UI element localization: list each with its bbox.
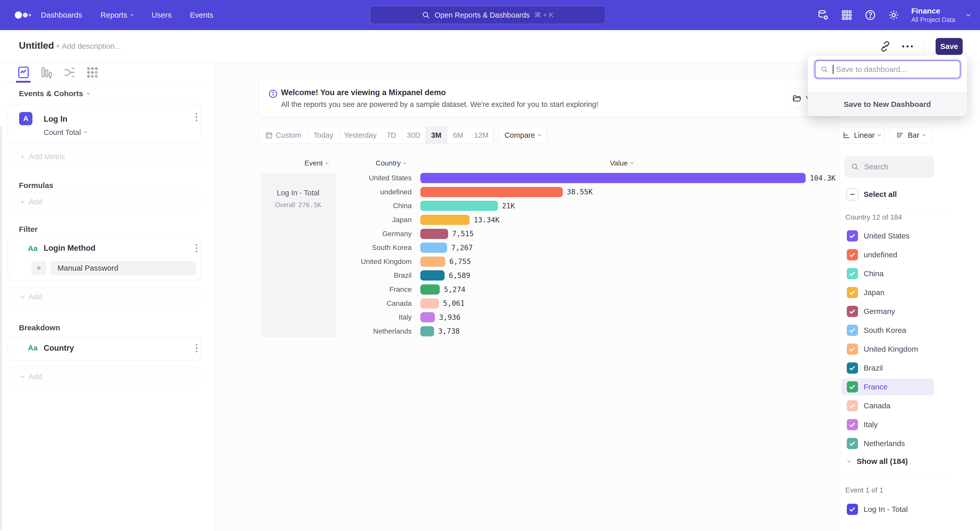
project-switcher[interactable]: Finance All Project Data xyxy=(912,6,955,24)
range-3m[interactable]: 3M xyxy=(425,127,447,143)
column-header-country[interactable]: Country xyxy=(375,159,406,167)
checkbox-germany[interactable] xyxy=(847,306,858,317)
bar-netherlands[interactable] xyxy=(420,326,434,336)
bar-undefined[interactable] xyxy=(420,187,563,197)
bar-united-states[interactable] xyxy=(420,173,806,183)
nav-item-users[interactable]: Users xyxy=(151,11,172,19)
tab-retention-icon[interactable] xyxy=(86,66,99,79)
bar-united-kingdom[interactable] xyxy=(420,257,445,267)
country-item-united-kingdom[interactable]: United Kingdom xyxy=(840,340,980,358)
country-item-undefined[interactable]: undefined xyxy=(840,245,980,264)
chart-type-bar-button[interactable]: Bar xyxy=(890,127,932,144)
bar-south-korea[interactable] xyxy=(420,243,447,253)
filter-value[interactable]: Manual Password xyxy=(50,261,196,275)
bar-germany[interactable] xyxy=(420,229,448,239)
checkbox-canada[interactable] xyxy=(847,400,858,411)
mixpanel-logo-icon[interactable] xyxy=(14,10,34,21)
country-item-canada[interactable]: Canada xyxy=(840,396,980,415)
checkbox-south-korea[interactable] xyxy=(847,325,858,336)
bar-italy[interactable] xyxy=(420,312,435,322)
report-title[interactable]: Untitled xyxy=(19,40,54,51)
show-all-toggle[interactable]: Show all (184) xyxy=(848,457,908,466)
checkbox-log-in-total[interactable] xyxy=(847,504,858,515)
filter-property[interactable]: Login Method xyxy=(44,244,95,253)
bar-france[interactable] xyxy=(420,284,440,295)
range-30d[interactable]: 30D xyxy=(402,127,425,143)
add-description-field[interactable]: + Add description... xyxy=(56,42,121,51)
bar-canada[interactable] xyxy=(420,298,439,309)
add-filter-button[interactable]: +Add xyxy=(8,287,200,307)
more-options-icon[interactable] xyxy=(902,45,913,48)
nav-item-dashboards[interactable]: Dashboards xyxy=(41,11,82,19)
checkbox-france[interactable] xyxy=(847,381,858,393)
metric-aggregation[interactable]: Count Total xyxy=(44,128,87,137)
global-search-button[interactable]: Open Reports & Dashboards ⌘ + K xyxy=(370,6,605,24)
column-header-event[interactable]: Event xyxy=(304,159,328,167)
checkbox-brazil[interactable] xyxy=(847,362,858,374)
checkbox-united-kingdom[interactable] xyxy=(847,344,858,355)
country-item-south-korea[interactable]: South Korea xyxy=(840,321,980,340)
tab-flows-icon[interactable] xyxy=(63,66,76,79)
checkbox-netherlands[interactable] xyxy=(847,438,858,449)
range-today[interactable]: Today xyxy=(307,127,340,143)
range-6m[interactable]: 6M xyxy=(447,127,469,143)
breakdown-kebab-icon[interactable] xyxy=(196,344,197,352)
select-all-checkbox[interactable] xyxy=(847,189,858,200)
country-item-netherlands[interactable]: Netherlands xyxy=(840,434,980,453)
tab-funnels-icon[interactable] xyxy=(40,66,53,79)
nav-item-reports[interactable]: Reports xyxy=(100,11,133,19)
bar-brazil[interactable] xyxy=(420,270,445,281)
range-custom[interactable]: Custom xyxy=(259,127,307,143)
add-breakdown-button[interactable]: +Add xyxy=(8,366,200,387)
range-7d[interactable]: 7D xyxy=(381,127,402,143)
bar-china[interactable] xyxy=(420,201,498,211)
legend-search[interactable] xyxy=(844,156,934,178)
checkbox-china[interactable] xyxy=(847,268,858,279)
country-item-china[interactable]: China xyxy=(840,264,980,283)
select-all-row[interactable]: Select all xyxy=(847,189,897,200)
save-button[interactable]: Save xyxy=(935,38,963,55)
checkbox-italy[interactable] xyxy=(847,419,858,430)
checkbox-japan[interactable] xyxy=(847,287,858,298)
column-header-value[interactable]: Value xyxy=(610,159,633,167)
checkbox-united-states[interactable] xyxy=(847,230,858,241)
report-type-tabs xyxy=(0,63,214,82)
copy-link-icon[interactable] xyxy=(880,41,891,52)
metric-card-log-in[interactable]: A Log In Count Total xyxy=(8,104,200,142)
event-item-log-in-total[interactable]: Log In - Total xyxy=(840,500,980,519)
events-cohorts-heading[interactable]: Events & Cohorts xyxy=(19,89,89,98)
add-formula-button[interactable]: +Add xyxy=(8,192,200,212)
country-item-italy[interactable]: Italy xyxy=(840,415,980,434)
bar-japan[interactable] xyxy=(420,215,469,225)
settings-gear-icon[interactable] xyxy=(888,9,900,21)
compare-button[interactable]: Compare xyxy=(499,127,547,144)
legend-label: United Kingdom xyxy=(864,345,918,353)
legend-search-input[interactable] xyxy=(864,162,928,171)
breakdown-property[interactable]: Country xyxy=(44,344,74,353)
data-management-icon[interactable] xyxy=(818,9,829,21)
save-dashboard-input[interactable] xyxy=(836,65,948,74)
country-item-brazil[interactable]: Brazil xyxy=(840,358,980,377)
nav-item-events[interactable]: Events xyxy=(190,11,213,19)
apps-grid-icon[interactable] xyxy=(841,9,853,21)
filter-operator[interactable]: = xyxy=(32,261,46,275)
country-item-japan[interactable]: Japan xyxy=(840,283,980,302)
add-metric-button[interactable]: +Add Metric xyxy=(8,147,200,166)
checkbox-undefined[interactable] xyxy=(847,249,858,260)
breakdown-card-country[interactable]: Aa Country xyxy=(8,336,200,361)
help-icon[interactable] xyxy=(864,9,876,21)
country-item-france[interactable]: France xyxy=(840,377,980,396)
metric-name[interactable]: Log In xyxy=(44,114,67,124)
tab-insights-icon[interactable] xyxy=(17,66,30,79)
metric-kebab-icon[interactable] xyxy=(196,113,197,121)
save-dashboard-search[interactable] xyxy=(815,60,960,78)
range-yesterday[interactable]: Yesterday xyxy=(340,127,381,143)
scale-linear-button[interactable]: Linear xyxy=(838,127,885,144)
range-12m[interactable]: 12M xyxy=(469,127,493,143)
chevron-down-icon[interactable] xyxy=(966,12,970,16)
filter-kebab-icon[interactable] xyxy=(196,244,197,252)
save-to-new-dashboard-button[interactable]: Save to New Dashboard xyxy=(808,92,967,116)
filter-card-login-method[interactable]: Aa Login Method = Manual Password xyxy=(8,237,200,281)
country-item-united-states[interactable]: United States xyxy=(840,227,980,245)
country-item-germany[interactable]: Germany xyxy=(840,302,980,321)
